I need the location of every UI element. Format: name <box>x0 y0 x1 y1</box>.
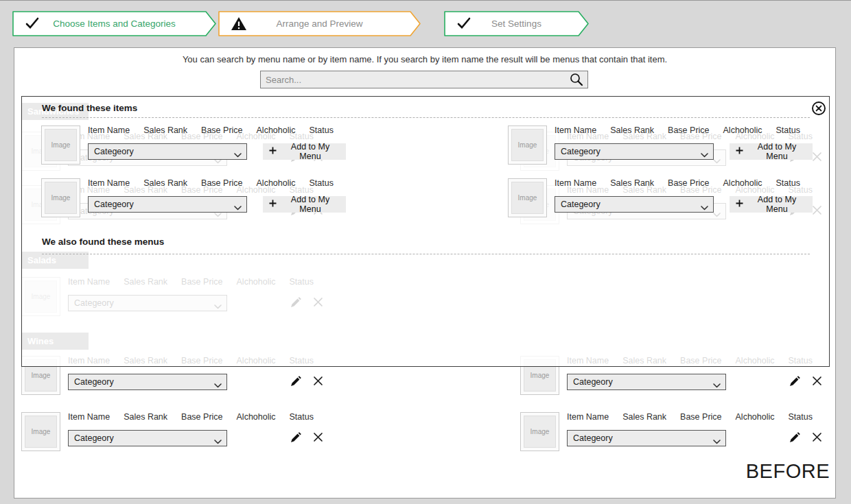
item-image-label: Image <box>45 129 77 161</box>
item-image-label: Image <box>511 182 544 214</box>
step-arrange-and-preview[interactable]: Arrange and Preview <box>218 11 421 36</box>
add-to-my-menu-button[interactable]: Add to My Menu <box>263 143 346 160</box>
x-icon <box>313 376 323 388</box>
item-image-placeholder: Image <box>508 178 547 217</box>
category-dropdown[interactable]: Categeory <box>567 374 726 390</box>
item-column-headers: Item NameSales RankBase PriceAlchoholicS… <box>88 178 346 188</box>
add-to-my-menu-button[interactable]: Add to My Menu <box>730 143 813 160</box>
category-dropdown-value: Categeory <box>94 200 134 209</box>
item-image-label: Image <box>45 182 77 214</box>
remove-item-button[interactable] <box>808 374 825 390</box>
item-column-headers: Item NameSales RankBase PriceAlchoholicS… <box>555 178 813 188</box>
item-row: ImageItem NameSales RankBase PriceAlchoh… <box>41 124 346 167</box>
x-icon <box>313 432 323 444</box>
main-panel: You can search by menu name or by item n… <box>14 47 836 499</box>
item-image-placeholder: Image <box>41 178 80 217</box>
column-header-base-price: Base Price <box>680 412 721 422</box>
edit-item-button[interactable] <box>288 374 304 390</box>
plus-icon <box>736 200 743 209</box>
column-header-sales-rank: Sales Rank <box>622 412 666 422</box>
item-image-placeholder: Image <box>508 125 547 165</box>
column-header-alchoholic: Alchoholic <box>736 412 775 422</box>
category-dropdown[interactable]: Categeory <box>555 143 714 160</box>
item-image-label: Image <box>25 416 57 448</box>
category-dropdown-value: Categeory <box>74 433 114 443</box>
chevron-down-icon <box>713 381 721 390</box>
edit-item-button[interactable] <box>786 374 803 390</box>
remove-item-button[interactable] <box>310 374 326 390</box>
item-row: ImageItem NameSales RankBase PriceAlchoh… <box>520 411 825 453</box>
item-image-placeholder: Image <box>21 412 60 451</box>
pencil-icon <box>789 431 801 446</box>
column-header-alchoholic: Alchoholic <box>723 125 762 135</box>
category-dropdown[interactable]: Categeory <box>88 196 247 213</box>
search-results-modal: We found these items ImageItem NameSales… <box>21 96 830 367</box>
column-header-alchoholic: Alchoholic <box>237 412 276 422</box>
add-to-my-menu-button[interactable]: Add to My Menu <box>730 196 813 213</box>
column-header-alchoholic: Alchoholic <box>257 178 296 188</box>
category-dropdown[interactable]: Categeory <box>68 374 227 390</box>
step-label: Set Settings <box>491 19 541 29</box>
divider <box>42 117 810 118</box>
chevron-down-icon <box>701 150 708 160</box>
remove-item-button[interactable] <box>310 430 326 446</box>
chevron-down-icon <box>234 150 242 160</box>
x-icon <box>812 432 822 444</box>
column-header-base-price: Base Price <box>668 178 709 188</box>
item-row: ImageItem NameSales RankBase PriceAlchoh… <box>21 411 326 453</box>
column-header-base-price: Base Price <box>201 178 242 188</box>
found-items-title: We found these items <box>42 103 137 113</box>
column-header-status: Status <box>789 412 813 422</box>
category-dropdown[interactable]: Categeory <box>555 196 714 213</box>
chevron-down-icon <box>214 437 222 446</box>
chevron-down-icon <box>214 381 222 390</box>
item-image-placeholder: Image <box>41 125 80 165</box>
found-menus-title: We also found these menus <box>42 237 164 247</box>
column-header-sales-rank: Sales Rank <box>143 178 187 188</box>
add-to-my-menu-label: Add to My Menu <box>747 195 806 214</box>
step-set-settings[interactable]: Set Settings <box>444 11 589 36</box>
pencil-icon <box>290 431 302 446</box>
divider <box>42 254 810 254</box>
chevron-down-icon <box>234 203 242 213</box>
chevron-down-icon <box>713 437 721 446</box>
column-header-alchoholic: Alchoholic <box>723 178 762 188</box>
edit-item-button[interactable] <box>288 430 304 446</box>
wizard-stepper: Choose Items and CategoriesArrange and P… <box>0 1 851 42</box>
edit-item-button[interactable] <box>786 430 803 446</box>
item-row: ImageItem NameSales RankBase PriceAlchoh… <box>41 177 346 219</box>
add-to-my-menu-label: Add to My Menu <box>281 195 340 214</box>
column-header-status: Status <box>776 178 800 188</box>
column-header-base-price: Base Price <box>201 125 242 135</box>
column-header-alchoholic: Alchoholic <box>257 125 296 135</box>
column-header-item-name: Item Name <box>68 412 110 422</box>
item-column-headers: Item NameSales RankBase PriceAlchoholicS… <box>555 125 813 135</box>
step-choose-items-and-categories[interactable]: Choose Items and Categories <box>12 11 216 36</box>
category-dropdown-value: Categeory <box>573 433 613 443</box>
item-row: ImageItem NameSales RankBase PriceAlchoh… <box>508 124 813 167</box>
pencil-icon <box>789 375 801 389</box>
page: Choose Items and CategoriesArrange and P… <box>0 0 851 504</box>
column-header-sales-rank: Sales Rank <box>124 412 167 422</box>
item-column-headers: Item NameSales RankBase PriceAlchoholicS… <box>567 412 825 422</box>
plus-icon <box>736 147 743 156</box>
category-dropdown[interactable]: Categeory <box>88 143 247 160</box>
step-label: Arrange and Preview <box>276 19 362 29</box>
category-dropdown[interactable]: Categeory <box>68 430 227 446</box>
remove-item-button[interactable] <box>808 430 825 446</box>
column-header-base-price: Base Price <box>181 412 222 422</box>
item-image-label: Image <box>511 129 544 161</box>
category-dropdown[interactable]: Categeory <box>567 430 726 446</box>
add-to-my-menu-label: Add to My Menu <box>281 142 340 161</box>
add-to-my-menu-button[interactable]: Add to My Menu <box>263 196 346 213</box>
column-header-item-name: Item Name <box>555 178 596 188</box>
column-header-status: Status <box>776 125 800 135</box>
category-dropdown-value: Categeory <box>573 377 613 387</box>
column-header-sales-rank: Sales Rank <box>143 125 187 135</box>
close-icon[interactable] <box>811 101 826 116</box>
chevron-down-icon <box>701 203 708 213</box>
plus-icon <box>269 200 277 209</box>
item-column-headers: Item NameSales RankBase PriceAlchoholicS… <box>88 125 346 135</box>
column-header-status: Status <box>310 178 334 188</box>
category-dropdown-value: Categeory <box>94 147 134 156</box>
